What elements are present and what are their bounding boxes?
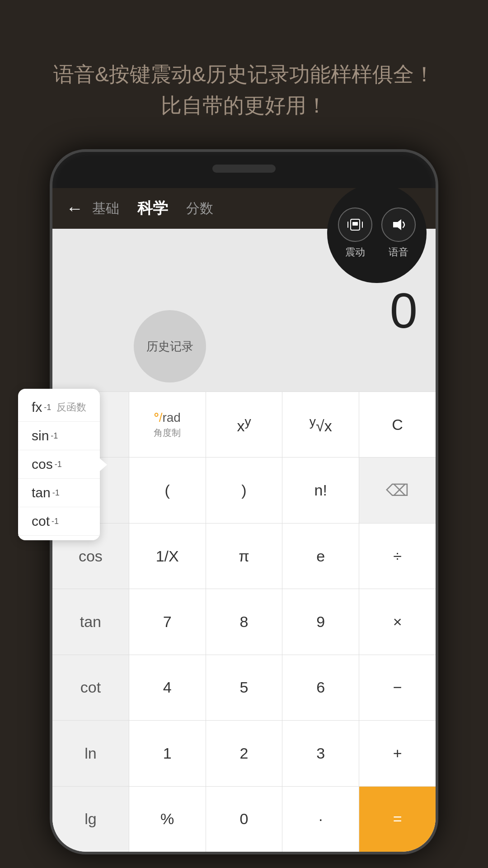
key-3-3[interactable]: 9	[282, 589, 359, 654]
popup-sin-label: sin	[32, 428, 49, 443]
popup-tan-sup: -1	[52, 488, 60, 498]
popup-item-cot-inverse[interactable]: cot-1	[18, 507, 100, 536]
key-2-3[interactable]: e	[282, 524, 359, 589]
popup-item-cos-inverse[interactable]: cos-1	[18, 450, 100, 479]
key-1-3[interactable]: n!	[282, 458, 359, 523]
phone-frame: ← 基础 科学 分数	[50, 149, 438, 854]
nav-tabs: 基础 科学 分数	[92, 198, 213, 219]
key-label-4-4: −	[393, 679, 402, 696]
svg-marker-4	[393, 219, 401, 230]
key-0-1[interactable]: °/rad角度制	[129, 392, 206, 457]
key-0-4[interactable]: C	[359, 392, 436, 457]
popup-cos-sup: -1	[55, 460, 62, 469]
key-5-3[interactable]: 3	[282, 721, 359, 786]
key-3-2[interactable]: 8	[206, 589, 283, 654]
key-6-3[interactable]: ·	[282, 787, 359, 852]
vibrate-icon	[346, 216, 364, 234]
key-label-3-4: ×	[393, 613, 402, 631]
popup-sin-sup: -1	[51, 431, 58, 441]
key-label-3-3: 9	[316, 613, 325, 631]
key-label-4-3: 6	[316, 679, 325, 696]
key-label-5-2: 2	[240, 745, 249, 762]
key-row-0: fx函数°/rad角度制xyy√xC	[52, 392, 436, 457]
key-label-2-4: ÷	[393, 547, 402, 565]
history-button[interactable]: 历史记录	[134, 310, 206, 382]
key-label-6-4: =	[393, 810, 402, 828]
popup-arrow	[100, 458, 107, 471]
key-label-0-3: y√x	[310, 414, 332, 435]
key-row-1: sin()n!⌫	[52, 457, 436, 523]
key-5-2[interactable]: 2	[206, 721, 283, 786]
key-5-1[interactable]: 1	[129, 721, 206, 786]
key-3-4[interactable]: ×	[359, 589, 436, 654]
popup-item-sin-inverse[interactable]: sin-1	[18, 422, 100, 450]
popup-cot-sup: -1	[52, 517, 59, 526]
key-2-2[interactable]: π	[206, 524, 283, 589]
popup-item-inverse-func[interactable]: fx-1 反函数	[18, 393, 100, 422]
svg-rect-1	[352, 222, 358, 226]
popup-fx-label: fx	[32, 400, 42, 415]
tab-basic[interactable]: 基础	[92, 199, 119, 218]
key-label-0-1: °/rad	[154, 410, 180, 425]
key-6-0[interactable]: lg	[52, 787, 129, 852]
key-label-1-4: ⌫	[386, 481, 409, 500]
audio-btn[interactable]: 语音	[381, 208, 416, 259]
key-5-0[interactable]: ln	[52, 721, 129, 786]
nav-bar: ← 基础 科学 分数	[52, 188, 436, 229]
key-5-4[interactable]: +	[359, 721, 436, 786]
key-6-4[interactable]: =	[359, 787, 436, 852]
key-label-6-3: ·	[319, 810, 323, 828]
key-1-4[interactable]: ⌫	[359, 458, 436, 523]
promo-line2: 比自带的更好用！	[0, 90, 488, 121]
key-6-2[interactable]: 0	[206, 787, 283, 852]
vibrate-label: 震动	[345, 245, 365, 259]
key-label-1-1: (	[165, 481, 170, 499]
key-label-4-0: cot	[80, 679, 101, 696]
history-label: 历史记录	[146, 339, 193, 354]
audio-icon	[389, 216, 408, 234]
icon-buttons-row: 震动 语音	[329, 198, 425, 268]
key-4-3[interactable]: 6	[282, 655, 359, 720]
key-4-1[interactable]: 4	[129, 655, 206, 720]
key-row-2: cos1/Xπe÷	[52, 523, 436, 589]
key-3-1[interactable]: 7	[129, 589, 206, 654]
tab-science[interactable]: 科学	[137, 198, 168, 219]
key-2-4[interactable]: ÷	[359, 524, 436, 589]
key-6-1[interactable]: %	[129, 787, 206, 852]
phone-speaker	[212, 165, 276, 173]
key-label-3-1: 7	[163, 613, 172, 631]
key-label-1-2: )	[241, 481, 246, 499]
promo-line1: 语音&按键震动&历史记录功能样样俱全！	[0, 59, 488, 90]
key-label-5-3: 3	[316, 745, 325, 762]
key-label-0-2: xy	[237, 414, 251, 435]
key-row-3: tan789×	[52, 589, 436, 654]
key-1-2[interactable]: )	[206, 458, 283, 523]
key-label-4-2: 5	[240, 679, 249, 696]
key-3-0[interactable]: tan	[52, 589, 129, 654]
tab-fraction[interactable]: 分数	[186, 199, 213, 218]
key-4-0[interactable]: cot	[52, 655, 129, 720]
key-label-3-2: 8	[240, 613, 249, 631]
key-row-6: lg%0·=	[52, 786, 436, 852]
popup-item-tan-inverse[interactable]: tan-1	[18, 479, 100, 507]
key-2-1[interactable]: 1/X	[129, 524, 206, 589]
key-0-3[interactable]: y√x	[282, 392, 359, 457]
key-1-1[interactable]: (	[129, 458, 206, 523]
key-0-2[interactable]: xy	[206, 392, 283, 457]
key-label-5-4: +	[393, 745, 402, 762]
audio-label: 语音	[389, 245, 408, 259]
key-label-6-2: 0	[240, 810, 249, 828]
key-label-4-1: 4	[163, 679, 172, 696]
key-label-3-0: tan	[80, 613, 101, 631]
key-4-2[interactable]: 5	[206, 655, 283, 720]
key-row-5: ln123+	[52, 720, 436, 786]
display-value: 0	[390, 282, 418, 339]
popup-fx-sub: 反函数	[56, 401, 86, 414]
key-4-4[interactable]: −	[359, 655, 436, 720]
keyboard: fx函数°/rad角度制xyy√xCsin()n!⌫cos1/Xπe÷tan78…	[52, 392, 436, 852]
vibrate-btn[interactable]: 震动	[338, 208, 372, 259]
vibrate-icon-circle	[338, 208, 372, 242]
key-label-2-3: e	[316, 547, 325, 565]
back-button[interactable]: ←	[66, 199, 83, 218]
key-label-5-1: 1	[163, 745, 172, 762]
